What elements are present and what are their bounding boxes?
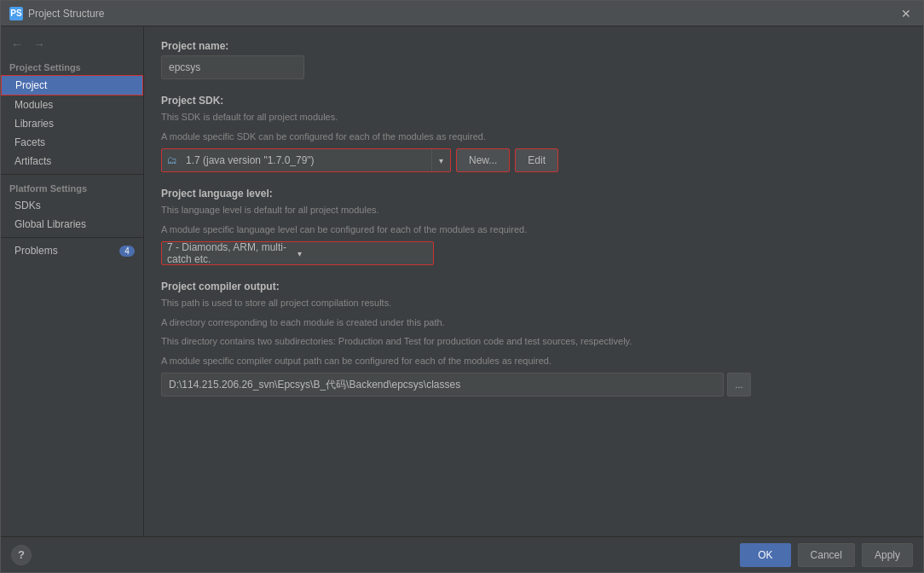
language-level-selector[interactable]: 7 - Diamonds, ARM, multi-catch etc. ▾	[161, 241, 434, 265]
sidebar-toolbar: ← →	[1, 32, 143, 57]
close-button[interactable]: ✕	[898, 5, 915, 22]
language-dropdown-arrow: ▾	[297, 249, 428, 258]
forward-button[interactable]: →	[30, 35, 49, 54]
back-button[interactable]: ←	[8, 35, 26, 54]
cancel-button[interactable]: Cancel	[798, 543, 855, 567]
compiler-output-desc3: This directory contains two subdirectori…	[161, 334, 906, 349]
title-bar: PS Project Structure ✕	[1, 1, 923, 26]
apply-button[interactable]: Apply	[862, 543, 913, 567]
project-sdk-group: Project SDK: This SDK is default for all…	[161, 95, 906, 172]
browse-icon: ...	[735, 379, 742, 390]
compiler-output-label: Project compiler output:	[161, 281, 906, 292]
project-name-label: Project name:	[161, 40, 906, 52]
compiler-output-group: Project compiler output: This path is us…	[161, 281, 906, 396]
project-sdk-desc2: A module specific SDK can be configured …	[161, 130, 906, 144]
problems-badge: 4	[119, 246, 135, 257]
sidebar-divider	[1, 174, 143, 175]
dialog-title: Project Structure	[28, 8, 104, 20]
sidebar-divider-2	[1, 237, 143, 238]
sidebar-item-project[interactable]: Project	[1, 75, 143, 96]
sdk-value-text: 1.7 (java version "1.7.0_79")	[182, 154, 431, 166]
edit-sdk-button[interactable]: Edit	[515, 148, 558, 172]
new-sdk-button[interactable]: New...	[456, 148, 510, 172]
language-level-label: Project language level:	[161, 188, 906, 200]
project-sdk-desc1: This SDK is default for all project modu…	[161, 110, 906, 124]
sidebar-item-problems[interactable]: Problems 4	[1, 241, 143, 260]
project-name-group: Project name:	[161, 40, 906, 79]
compiler-output-desc2: A directory corresponding to each module…	[161, 315, 906, 330]
browse-button[interactable]: ...	[727, 373, 751, 396]
sidebar-item-global-libraries[interactable]: Global Libraries	[1, 215, 143, 234]
footer-left: ?	[11, 545, 32, 565]
main-content: ← → Project Settings Project Modules Lib…	[1, 26, 923, 536]
sdk-folder-icon: 🗂	[162, 154, 182, 166]
content-panel: Project name: Project SDK: This SDK is d…	[144, 26, 923, 536]
app-icon: PS	[9, 7, 23, 20]
title-bar-left: PS Project Structure	[9, 7, 104, 20]
project-name-input[interactable]	[161, 55, 304, 79]
sidebar-item-artifacts[interactable]: Artifacts	[1, 152, 143, 171]
language-level-desc2: A module specific language level can be …	[161, 223, 906, 237]
platform-settings-header: Platform Settings	[1, 178, 143, 196]
project-structure-dialog: PS Project Structure ✕ ← → Project Setti…	[0, 0, 924, 573]
sdk-row: 🗂 1.7 (java version "1.7.0_79") ▾ New...…	[161, 148, 906, 172]
compiler-output-row: ...	[161, 373, 906, 396]
language-level-group: Project language level: This language le…	[161, 188, 906, 265]
ok-button[interactable]: OK	[740, 543, 790, 567]
sidebar-item-facets[interactable]: Facets	[1, 133, 143, 152]
help-icon: ?	[18, 548, 25, 561]
sdk-selector[interactable]: 🗂 1.7 (java version "1.7.0_79") ▾	[161, 148, 451, 172]
footer-right: OK Cancel Apply	[740, 543, 913, 567]
compiler-output-desc1: This path is used to store all project c…	[161, 296, 906, 310]
sidebar-item-modules[interactable]: Modules	[1, 96, 143, 114]
compiler-output-desc4: A module specific compiler output path c…	[161, 354, 906, 368]
language-level-value: 7 - Diamonds, ARM, multi-catch etc.	[167, 241, 297, 265]
footer: ? OK Cancel Apply	[1, 536, 923, 572]
sidebar-item-libraries[interactable]: Libraries	[1, 114, 143, 133]
sidebar-item-sdks[interactable]: SDKs	[1, 196, 143, 215]
sidebar: ← → Project Settings Project Modules Lib…	[1, 26, 144, 536]
compiler-output-input[interactable]	[161, 373, 724, 396]
project-sdk-label: Project SDK:	[161, 95, 906, 107]
project-settings-header: Project Settings	[1, 57, 143, 75]
help-button[interactable]: ?	[11, 545, 32, 565]
language-level-desc1: This language level is default for all p…	[161, 203, 906, 217]
sdk-dropdown-button[interactable]: ▾	[431, 149, 450, 171]
